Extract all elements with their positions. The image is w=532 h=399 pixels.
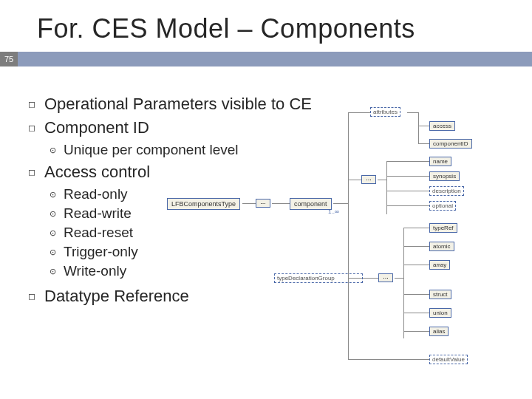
connector: [403, 246, 429, 247]
sequence-icon: ···: [256, 199, 270, 208]
node-typedecl: typeDeclarationGroup: [274, 273, 363, 283]
header-bar: 75: [0, 52, 532, 66]
bullet-text: Write-only: [64, 263, 126, 279]
connector: [418, 143, 429, 144]
connector: [348, 112, 349, 278]
connector: [386, 205, 429, 206]
connector: [365, 278, 378, 279]
bullet-marker: ◻: [27, 123, 37, 133]
connector: [403, 228, 429, 228]
bullet-marker: ◻: [27, 99, 37, 109]
bullet-marker: ⊙: [47, 248, 58, 257]
node-root: LFBComponentsType: [167, 198, 240, 210]
bullet-text: Datatype Reference: [44, 287, 189, 306]
bullet-text: Trigger-only: [64, 244, 138, 260]
bullet-text: Read-write: [64, 205, 132, 222]
bullet-marker: ⊙: [47, 209, 58, 219]
bullet-marker: ⊙: [47, 146, 58, 155]
node-componentid: componentID: [429, 139, 472, 149]
connector: [403, 313, 429, 313]
connector: [418, 126, 429, 126]
connector: [403, 228, 404, 338]
connector: [348, 359, 429, 360]
connector: [378, 180, 386, 180]
node-struct: struct: [429, 290, 451, 299]
connector: [333, 203, 348, 204]
node-typeref: typeRef: [429, 223, 457, 233]
connector: [272, 203, 290, 204]
connector: [407, 112, 418, 113]
schema-diagram: LFBComponentsType ··· component 1..∞ att…: [285, 109, 529, 383]
connector: [395, 278, 403, 279]
node-access: access: [429, 121, 455, 131]
connector: [386, 191, 429, 191]
node-component: component: [290, 198, 332, 210]
bullet-text: Access control: [44, 163, 150, 182]
bullet-marker: ⊙: [47, 190, 58, 200]
slide-title: For. CES Model – Components: [0, 0, 532, 52]
bullet-text: Component ID: [44, 118, 149, 137]
connector: [348, 112, 370, 113]
bullet-marker: ◻: [27, 167, 37, 177]
bullet-text: Unique per component level: [64, 142, 239, 158]
connector: [403, 294, 429, 295]
connector: [386, 176, 429, 177]
node-array: array: [429, 260, 450, 270]
sequence-icon: ···: [361, 175, 376, 184]
multiplicity-label: 1..∞: [328, 208, 339, 215]
bullet-marker: ⊙: [47, 267, 58, 276]
node-defaultvalue: defaultValue: [429, 355, 468, 364]
node-attributes: attributes: [370, 107, 400, 117]
connector: [386, 161, 429, 162]
node-description: description: [429, 186, 464, 196]
node-alias: alias: [429, 327, 449, 336]
choice-icon: ···: [378, 273, 393, 282]
node-union: union: [429, 308, 451, 318]
node-synopsis: synopsis: [429, 171, 460, 181]
connector: [348, 180, 361, 180]
bullet-text: Operational Parameters visible to CE: [44, 95, 312, 114]
connector: [418, 112, 419, 143]
bullet-text: Read-reset: [64, 225, 133, 241]
page-number-badge: 75: [0, 52, 18, 66]
connector: [403, 331, 429, 332]
node-optional: optional: [429, 201, 456, 211]
bullet-marker: ◻: [27, 291, 37, 301]
node-name: name: [429, 157, 451, 166]
connector: [348, 278, 349, 359]
bullet-marker: ⊙: [47, 228, 58, 238]
node-atomic: atomic: [429, 242, 454, 251]
connector: [242, 203, 256, 204]
bullet-text: Read-only: [64, 186, 128, 202]
connector: [403, 265, 429, 265]
connector: [386, 161, 387, 214]
